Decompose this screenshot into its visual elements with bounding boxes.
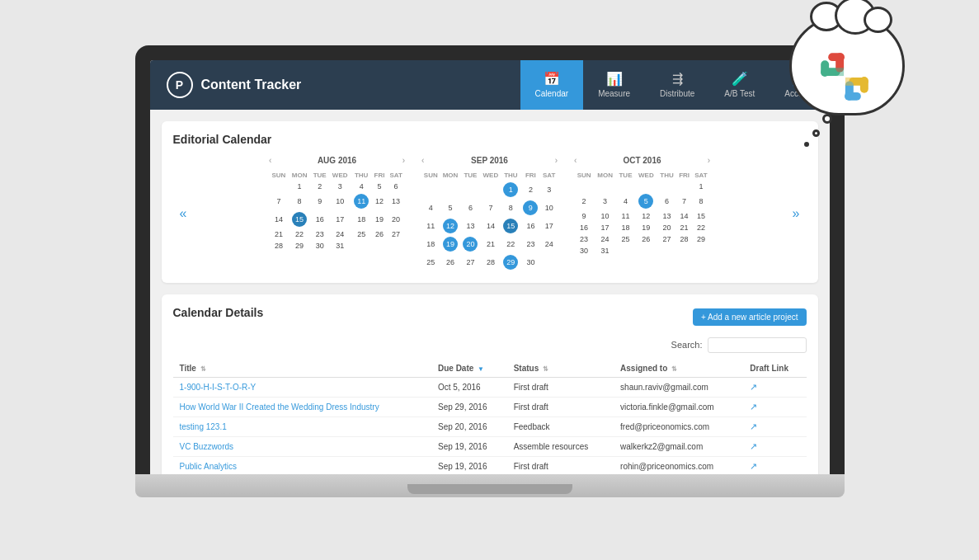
cal-day[interactable]: 12 — [635, 210, 657, 222]
cal-day[interactable]: 22 — [289, 228, 310, 240]
cal-day[interactable]: 10 — [540, 199, 558, 217]
cal-day[interactable]: 21 — [269, 228, 289, 240]
cal-day[interactable]: 29 — [692, 233, 710, 245]
cal-day[interactable] — [269, 181, 289, 192]
article-title-link[interactable]: VC Buzzwords — [180, 442, 234, 451]
nav-item-calendar[interactable]: 📅 Calendar — [520, 60, 584, 110]
cal-day[interactable]: 13 — [657, 210, 677, 222]
draft-link-icon[interactable]: ↗︎ — [750, 402, 757, 412]
cal-day[interactable] — [440, 181, 461, 199]
cal-day[interactable]: 4 — [616, 192, 635, 210]
nav-item-distribute[interactable]: ⇶ Distribute — [645, 60, 709, 110]
cal-day[interactable]: 7 — [480, 199, 501, 217]
cal-day[interactable]: 27 — [387, 228, 405, 240]
cal-sep-next[interactable]: › — [555, 156, 558, 165]
draft-link-icon[interactable]: ↗︎ — [750, 382, 757, 392]
cal-day[interactable]: 9 — [574, 210, 594, 222]
cal-aug-prev[interactable]: ‹ — [269, 156, 271, 165]
cal-day[interactable]: 7 — [676, 192, 691, 210]
cal-day[interactable] — [676, 245, 691, 256]
cal-day[interactable]: 21 — [480, 235, 501, 253]
cal-day[interactable] — [635, 245, 657, 256]
cal-day[interactable]: 27 — [460, 253, 480, 271]
cal-day-highlighted[interactable]: 9 — [520, 199, 540, 217]
cal-day[interactable] — [460, 181, 480, 199]
cal-day[interactable] — [657, 181, 677, 192]
article-title-link[interactable]: Public Analytics — [180, 462, 237, 471]
draft-link-icon[interactable]: ↗︎ — [750, 461, 757, 471]
prev-month-button[interactable]: « — [173, 203, 194, 224]
cal-day[interactable]: 22 — [692, 222, 710, 233]
cal-day[interactable] — [616, 245, 635, 256]
cal-day[interactable]: 28 — [480, 253, 501, 271]
cal-day-highlighted[interactable]: 5 — [635, 192, 657, 210]
cal-day[interactable]: 1 — [692, 181, 710, 192]
sort-title-icon[interactable]: ⇅ — [200, 365, 206, 373]
cal-day[interactable]: 26 — [440, 253, 461, 271]
cal-day[interactable]: 16 — [520, 217, 540, 235]
cal-oct-prev[interactable]: ‹ — [574, 156, 577, 165]
cal-day[interactable]: 13 — [460, 217, 480, 235]
cal-day[interactable]: 31 — [594, 245, 616, 256]
cal-day-highlighted[interactable]: 12 — [440, 217, 461, 235]
cal-day[interactable] — [480, 181, 501, 199]
cal-day[interactable]: 23 — [520, 235, 540, 253]
search-input[interactable] — [708, 337, 807, 353]
cal-day[interactable]: 15 — [692, 210, 710, 222]
cal-day[interactable]: 23 — [574, 233, 594, 245]
cal-day[interactable]: 8 — [289, 192, 310, 210]
cal-day-highlighted[interactable]: 29 — [501, 253, 520, 271]
cal-day[interactable] — [635, 181, 657, 192]
cal-day[interactable]: 3 — [540, 181, 558, 199]
cal-day[interactable]: 14 — [480, 217, 501, 235]
cal-day[interactable]: 25 — [616, 233, 635, 245]
cal-day[interactable] — [574, 181, 594, 192]
cal-day[interactable]: 28 — [676, 233, 691, 245]
article-title-link[interactable]: 1-900-H-I-S-T-O-R-Y — [180, 383, 257, 392]
cal-day[interactable]: 26 — [372, 228, 387, 240]
next-month-button[interactable]: » — [786, 203, 807, 224]
cal-oct-next[interactable]: › — [708, 156, 710, 165]
cal-day[interactable] — [351, 240, 371, 252]
cal-day[interactable] — [372, 240, 387, 252]
cal-day[interactable]: 19 — [635, 222, 657, 233]
draft-link-icon[interactable]: ↗︎ — [750, 441, 757, 451]
cal-day[interactable]: 30 — [520, 253, 540, 271]
cal-day[interactable]: 2 — [574, 192, 594, 210]
cal-day[interactable]: 2 — [310, 181, 329, 192]
sort-duedate-icon[interactable]: ▼ — [478, 365, 484, 373]
cal-day[interactable] — [692, 245, 710, 256]
cal-day[interactable]: 23 — [310, 228, 329, 240]
cal-day[interactable]: 2 — [520, 181, 540, 199]
cal-day[interactable]: 19 — [372, 210, 387, 228]
cal-day[interactable]: 5 — [440, 199, 461, 217]
cal-day[interactable]: 5 — [372, 181, 387, 192]
cal-day[interactable] — [616, 181, 635, 192]
cal-day-today[interactable]: 15 — [501, 217, 520, 235]
cal-day[interactable]: 22 — [501, 235, 520, 253]
cal-day[interactable]: 12 — [372, 192, 387, 210]
cal-day[interactable]: 1 — [289, 181, 310, 192]
cal-day[interactable]: 20 — [657, 222, 677, 233]
cal-day[interactable]: 10 — [594, 210, 616, 222]
cal-day[interactable]: 6 — [657, 192, 677, 210]
cal-day[interactable] — [421, 181, 440, 199]
cal-day[interactable] — [657, 245, 677, 256]
cal-day[interactable]: 11 — [616, 210, 635, 222]
cal-day[interactable]: 13 — [387, 192, 405, 210]
article-title-link[interactable]: testing 123.1 — [180, 422, 227, 431]
cal-day[interactable]: 30 — [310, 240, 329, 252]
cal-day[interactable]: 9 — [310, 192, 329, 210]
cal-day[interactable]: 31 — [329, 240, 351, 252]
cal-day[interactable]: 20 — [387, 210, 405, 228]
cal-aug-next[interactable]: › — [402, 156, 405, 165]
cal-day[interactable]: 6 — [460, 199, 480, 217]
cal-day-highlighted[interactable]: 19 — [440, 235, 461, 253]
sort-assigned-icon[interactable]: ⇅ — [671, 365, 677, 373]
cal-day[interactable]: 14 — [269, 210, 289, 228]
cal-day[interactable]: 16 — [574, 222, 594, 233]
cal-day[interactable]: 6 — [387, 181, 405, 192]
cal-day[interactable]: 17 — [329, 210, 351, 228]
cal-day[interactable] — [594, 181, 616, 192]
cal-day[interactable]: 30 — [574, 245, 594, 256]
